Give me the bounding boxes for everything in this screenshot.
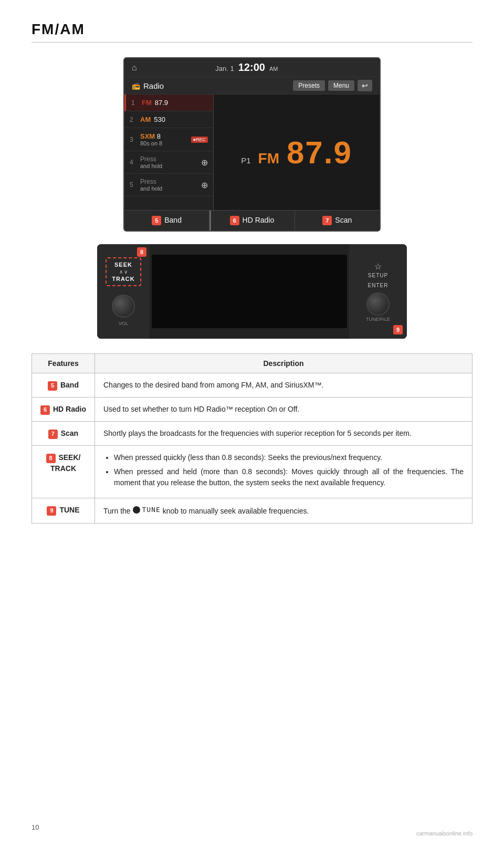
feature-name-scan: Scan [61, 429, 78, 437]
screen-controls: 5 Band 6 HD Radio 7 Scan [124, 210, 380, 231]
feature-name-band: Band [60, 381, 79, 389]
star-icon: ☆ [374, 262, 382, 271]
feature-cell-seek-track: 8 SEEK/TRACK [32, 446, 95, 498]
feature-cell-scan: 7 Scan [32, 422, 95, 446]
preset-item-2[interactable]: 2 AM 530 [124, 111, 213, 128]
seek-track-bullet-list: When pressed quickly (less than 0.8 seco… [103, 452, 464, 488]
device-image: SEEK ∧ ∨ TRACK 8 VOL ☆ SETUP ENTER [97, 244, 407, 339]
rec-badge: ●REC [191, 137, 208, 143]
main-display: P1 FM 87.9 [214, 95, 380, 210]
table-row-tune: 9 TUNE Turn the TUNE knob to manually se… [32, 498, 472, 524]
badge-8: 8 [137, 247, 146, 257]
seek-label: SEEK [114, 262, 132, 268]
setup-label: SETUP [368, 273, 388, 278]
device-section: SEEK ∧ ∨ TRACK 8 VOL ☆ SETUP ENTER [32, 244, 472, 339]
scan-label: Scan [335, 216, 352, 224]
station-frequency: 87.9 [287, 134, 352, 171]
badge-5: 5 [48, 381, 57, 391]
scan-button[interactable]: 7 Scan [295, 211, 380, 231]
badge-7: 7 [48, 430, 58, 439]
tune-knob-wrap: TUNE/FILE [366, 292, 390, 322]
tune-knob[interactable] [366, 292, 390, 316]
seek-track-box: SEEK ∧ ∨ TRACK [106, 257, 141, 286]
menu-button[interactable]: Menu [328, 80, 354, 91]
seek-track-bullet-1: When pressed quickly (less than 0.8 seco… [114, 452, 464, 463]
radio-screen: ⌂ Jan. 1 12:00 AM 📻 Radio Presets Menu ↩ [123, 57, 381, 232]
scan-badge: 7 [322, 216, 332, 225]
hd-radio-label: HD Radio [243, 216, 275, 224]
desc-cell-seek-track: When pressed quickly (less than 0.8 seco… [95, 446, 472, 498]
tune-desc-prefix: Turn the [103, 507, 131, 515]
add-preset-5-icon[interactable]: ⊕ [201, 180, 208, 190]
desc-cell-hd-radio: Used to set whether to turn HD Radio™ re… [95, 398, 472, 422]
badge-8-table: 8 [46, 454, 56, 463]
power-knob[interactable] [112, 295, 135, 318]
radio-label-text: Radio [143, 81, 164, 90]
preset-item-3[interactable]: 3 SXM 8 80s on 8 ●REC [124, 128, 213, 151]
date-time: Jan. 1 12:00 AM [215, 61, 278, 74]
table-row-seek-track: 8 SEEK/TRACK When pressed quickly (less … [32, 446, 472, 498]
table-row-hd-radio: 6 HD Radio Used to set whether to turn H… [32, 398, 472, 422]
header-buttons: Presets Menu ↩ [293, 80, 372, 91]
tune-circle-icon [133, 506, 140, 514]
back-button[interactable]: ↩ [358, 80, 372, 91]
page-number: 10 [32, 823, 39, 831]
home-icon: ⌂ [132, 63, 137, 72]
enter-label: ENTER [368, 283, 388, 288]
feature-cell-hd-radio: 6 HD Radio [32, 398, 95, 422]
feature-name-hd-radio: HD Radio [53, 405, 86, 413]
desc-cell-tune: Turn the TUNE knob to manually seek avai… [95, 498, 472, 524]
band-label: Band [164, 216, 182, 224]
track-label: TRACK [112, 276, 135, 282]
tune-inline: TUNE [133, 505, 161, 515]
presets-button[interactable]: Presets [293, 80, 325, 91]
seek-track-bullet-2: When pressed and held (more than 0.8 sec… [114, 466, 464, 488]
radio-icon: 📻 [132, 82, 140, 90]
device-center-screen [152, 255, 347, 328]
badge-6: 6 [40, 405, 50, 415]
setup-area: ☆ SETUP [368, 262, 388, 278]
band-button[interactable]: 5 Band [124, 211, 209, 231]
screen-section: ⌂ Jan. 1 12:00 AM 📻 Radio Presets Menu ↩ [32, 57, 472, 232]
preset-item-1[interactable]: 1 FM 87.9 [124, 95, 213, 111]
device-right-controls: ☆ SETUP ENTER TUNE/FILE 9 [349, 244, 407, 339]
hd-radio-badge: 6 [230, 216, 239, 225]
feature-cell-tune: 9 TUNE [32, 498, 95, 524]
screen-topbar: ⌂ Jan. 1 12:00 AM [124, 58, 380, 77]
desc-cell-scan: Shortly plays the broadcasts for the fre… [95, 422, 472, 446]
tune-text-inline: TUNE [142, 505, 161, 515]
footer-url: carmanualsonline.info [416, 830, 472, 836]
hd-radio-button[interactable]: 6 HD Radio [209, 211, 295, 231]
screen-date: Jan. 1 [215, 65, 234, 72]
features-table: Features Description 5 Band Changes to t… [32, 353, 472, 524]
desc-cell-band: Changes to the desired band from among F… [95, 373, 472, 398]
screen-body: 1 FM 87.9 2 AM 530 3 SXM 8 [124, 95, 380, 210]
band-badge: 5 [152, 216, 161, 225]
tune-file-label: TUNE/FILE [366, 317, 390, 322]
col-header-features: Features [32, 354, 95, 373]
page-title: FM/AM [32, 21, 472, 43]
screen-time: 12:00 [238, 61, 265, 74]
presets-list: 1 FM 87.9 2 AM 530 3 SXM 8 [124, 95, 214, 210]
radio-label: 📻 Radio [132, 81, 164, 90]
feature-name-tune: TUNE [59, 506, 79, 514]
device-left-controls: SEEK ∧ ∨ TRACK 8 VOL [97, 244, 150, 339]
feature-cell-band: 5 Band [32, 373, 95, 398]
preset-item-4[interactable]: 4 Press and hold ⊕ [124, 151, 213, 174]
preset-item-5[interactable]: 5 Press and hold ⊕ [124, 174, 213, 196]
station-band: FM [258, 150, 279, 167]
vol-label: VOL [119, 321, 128, 326]
preset-p1-label: P1 [241, 156, 250, 165]
table-row-band: 5 Band Changes to the desired band from … [32, 373, 472, 398]
add-preset-4-icon[interactable]: ⊕ [201, 158, 208, 168]
tune-desc-suffix: knob to manually seek available frequenc… [163, 507, 309, 515]
table-row-scan: 7 Scan Shortly plays the broadcasts for … [32, 422, 472, 446]
radio-header: 📻 Radio Presets Menu ↩ [124, 77, 380, 95]
col-header-description: Description [95, 354, 472, 373]
badge-9-table: 9 [47, 506, 56, 516]
screen-ampm: AM [269, 66, 278, 72]
badge-9: 9 [393, 325, 403, 334]
